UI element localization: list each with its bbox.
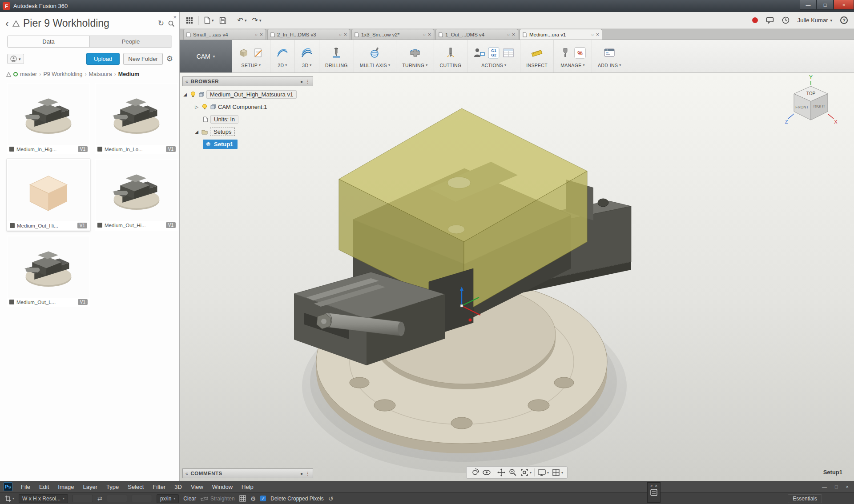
tree-label[interactable]: CAM Component:1 bbox=[218, 104, 267, 110]
tree-row-setups[interactable]: ◢ Setups bbox=[182, 125, 313, 138]
view-options-button[interactable]: ▾ bbox=[7, 54, 24, 64]
visibility-bulb-icon[interactable] bbox=[190, 91, 196, 97]
panel-tab-icon[interactable] bbox=[650, 488, 658, 496]
tree-row-component[interactable]: ▷ CAM Component:1 bbox=[182, 100, 313, 113]
tree-label[interactable]: Units: in bbox=[210, 115, 238, 124]
ribbon-group-3d[interactable]: 3D▾ bbox=[295, 40, 319, 72]
ribbon-group-cutting[interactable]: CUTTING bbox=[434, 40, 468, 72]
ps-menu-view[interactable]: View bbox=[187, 484, 207, 490]
ps-menu-edit[interactable]: Edit bbox=[35, 484, 53, 490]
ps-menu-file[interactable]: File bbox=[17, 484, 34, 490]
ps-menu-type[interactable]: Type bbox=[102, 484, 123, 490]
ribbon-group-inspect[interactable]: INSPECT bbox=[520, 40, 554, 72]
view-cube[interactable]: Y TOP FRONT RIGHT Z X bbox=[783, 73, 841, 131]
ribbon-group-actions[interactable]: G1G2 ACTIONS▾ bbox=[467, 40, 520, 72]
user-menu[interactable]: Julie Kumar ▾ bbox=[798, 17, 832, 24]
document-tab[interactable]: 2_In_H...DMS v3 ○ × bbox=[267, 29, 350, 40]
crop-width-input[interactable] bbox=[73, 495, 93, 502]
workspace-switcher-ps[interactable]: Essentials bbox=[788, 494, 822, 503]
ribbon-group-addins[interactable]: ADD-INS▾ bbox=[592, 40, 627, 72]
upload-button[interactable]: Upload bbox=[86, 53, 120, 65]
gear-icon[interactable]: ⚙ bbox=[166, 54, 173, 64]
ribbon-group-drilling[interactable]: DRILLING bbox=[319, 40, 354, 72]
breadcrumb-item[interactable]: P9 Workholding bbox=[43, 71, 82, 77]
ps-menu-filter[interactable]: Filter bbox=[149, 484, 169, 490]
expand-icon[interactable]: ▷ bbox=[194, 104, 199, 109]
pin-icon[interactable]: ● bbox=[300, 471, 303, 476]
breadcrumb-item[interactable]: master bbox=[20, 71, 37, 77]
display-settings-button[interactable]: ▾ bbox=[537, 468, 549, 477]
crop-preset-dropdown[interactable]: W x H x Resol... ▾ bbox=[19, 494, 68, 503]
ribbon-group-multiaxis[interactable]: MULTI-AXIS▾ bbox=[354, 40, 396, 72]
tree-row-root[interactable]: ◢ Medium_Out_High_Matsuura v1 bbox=[182, 88, 313, 100]
reset-icon[interactable]: ↺ bbox=[328, 495, 334, 502]
undo-button[interactable]: ↶▾ bbox=[238, 16, 247, 24]
zoom-button[interactable] bbox=[508, 468, 517, 477]
tab-close-icon[interactable]: × bbox=[344, 32, 347, 38]
pin-icon[interactable]: ● bbox=[300, 79, 303, 84]
search-icon[interactable] bbox=[168, 20, 175, 27]
ribbon-group-manage[interactable]: % MANAGE▾ bbox=[554, 40, 592, 72]
tree-label[interactable]: Setups bbox=[210, 128, 235, 136]
minimize-button[interactable]: — bbox=[800, 0, 817, 10]
viewport-layout-button[interactable]: ▾ bbox=[552, 468, 563, 477]
ps-menu-3d[interactable]: 3D bbox=[170, 484, 186, 490]
expand-icon[interactable]: ◢ bbox=[182, 92, 188, 97]
close-button[interactable]: × bbox=[834, 0, 854, 10]
tab-people[interactable]: People bbox=[90, 36, 172, 47]
tab-close-icon[interactable]: × bbox=[428, 32, 431, 38]
document-tab-active[interactable]: Medium...ura v1 ○ × bbox=[520, 29, 602, 40]
orbit-button[interactable] bbox=[471, 468, 479, 477]
tree-label[interactable]: Medium_Out_High_Matsuura v1 bbox=[206, 90, 297, 99]
viewport-canvas[interactable]: « BROWSER ● ⋮ ◢ Medium_Out_High_Matsuura… bbox=[180, 73, 854, 481]
pan-button[interactable] bbox=[497, 468, 506, 477]
document-tab[interactable]: 1_Out_...DMS v4 ○ × bbox=[435, 29, 518, 40]
ps-menu-select[interactable]: Select bbox=[124, 484, 148, 490]
save-button[interactable] bbox=[219, 17, 226, 24]
file-item[interactable]: Medium_Out_L...V1 bbox=[7, 236, 90, 307]
breadcrumb-item[interactable]: Matsuura bbox=[89, 71, 112, 77]
ps-menu-layer[interactable]: Layer bbox=[79, 484, 102, 490]
comments-header[interactable]: « COMMENTS ● ⋮ bbox=[182, 468, 313, 478]
file-item[interactable]: Medium_Out_Hi...V1 bbox=[95, 159, 178, 231]
ps-menu-window[interactable]: Window bbox=[208, 484, 237, 490]
record-icon[interactable] bbox=[752, 17, 758, 23]
panel-grip-icon[interactable]: ⋮ bbox=[306, 79, 310, 84]
ps-menu-help[interactable]: Help bbox=[238, 484, 258, 490]
panel-grip-icon[interactable]: ⋮ bbox=[306, 471, 310, 476]
delete-cropped-checkbox[interactable]: ✓ bbox=[260, 496, 266, 501]
crop-resolution-input[interactable] bbox=[132, 495, 152, 502]
collapse-left-icon[interactable]: « bbox=[185, 79, 188, 84]
refresh-icon[interactable]: ↻ bbox=[158, 19, 164, 28]
ribbon-group-turning[interactable]: TURNING▾ bbox=[396, 40, 434, 72]
maximize-button[interactable]: □ bbox=[817, 0, 834, 10]
tab-close-icon[interactable]: × bbox=[260, 32, 263, 38]
ps-close-button[interactable]: × bbox=[846, 484, 849, 489]
crop-height-input[interactable] bbox=[107, 495, 127, 502]
file-item[interactable]: Medium_In_Lo...V1 bbox=[95, 83, 178, 154]
document-tab[interactable]: 1x3_Sm...ow v2* ○ × bbox=[351, 29, 434, 40]
fit-view-button[interactable]: ▾ bbox=[520, 468, 532, 477]
ps-minimize-button[interactable]: — bbox=[822, 484, 827, 489]
redo-button[interactable]: ↷▾ bbox=[252, 16, 261, 24]
crop-tool-icon[interactable]: ▾ bbox=[4, 495, 14, 502]
straighten-button[interactable]: Straighten bbox=[201, 496, 235, 502]
expand-icon[interactable]: ◢ bbox=[194, 129, 199, 134]
tree-row-units[interactable]: Units: in bbox=[182, 113, 313, 125]
resolution-unit-dropdown[interactable]: px/in ▾ bbox=[157, 494, 179, 503]
activity-clock-icon[interactable] bbox=[782, 16, 790, 24]
swap-dimensions-icon[interactable]: ⇄ bbox=[97, 495, 102, 502]
apps-grid-icon[interactable] bbox=[186, 17, 193, 24]
ribbon-group-2d[interactable]: 2D▾ bbox=[270, 40, 295, 72]
new-folder-button[interactable]: New Folder bbox=[123, 53, 162, 65]
tab-data[interactable]: Data bbox=[8, 36, 90, 47]
comments-icon[interactable] bbox=[766, 17, 774, 24]
file-item-selected[interactable]: Medium_Out_Hi...V1 bbox=[7, 159, 90, 231]
tab-close-icon[interactable]: × bbox=[512, 32, 515, 38]
file-menu-button[interactable]: ▾ bbox=[204, 16, 214, 24]
document-tab[interactable]: Small_...aas v4 ○ × bbox=[183, 29, 266, 40]
clear-button[interactable]: Clear bbox=[183, 496, 196, 502]
data-panel-close-icon[interactable]: × bbox=[173, 14, 177, 20]
help-icon[interactable]: ? bbox=[840, 16, 848, 24]
tab-close-icon[interactable]: × bbox=[596, 32, 599, 38]
